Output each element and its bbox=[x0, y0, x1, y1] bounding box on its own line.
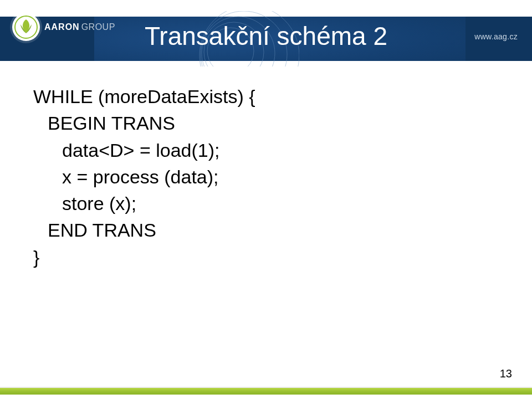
code-line: x = process (data); bbox=[33, 163, 499, 190]
code-line: END TRANS bbox=[33, 217, 499, 243]
footer-accent-bar bbox=[0, 388, 532, 395]
slide-body: WHILE (moreDataExists) { BEGIN TRANS dat… bbox=[33, 83, 499, 270]
code-line: } bbox=[33, 244, 499, 270]
slide: AARON GROUP www.aag.cz Transakční schéma… bbox=[0, 0, 532, 399]
page-number: 13 bbox=[500, 367, 512, 380]
code-line: WHILE (moreDataExists) { bbox=[33, 83, 499, 110]
code-block: WHILE (moreDataExists) { BEGIN TRANS dat… bbox=[33, 83, 499, 270]
code-line: BEGIN TRANS bbox=[33, 110, 499, 136]
code-line: store (x); bbox=[33, 190, 499, 217]
code-line: data<D> = load(1); bbox=[33, 137, 499, 163]
slide-title: Transakční schéma 2 bbox=[0, 21, 532, 51]
